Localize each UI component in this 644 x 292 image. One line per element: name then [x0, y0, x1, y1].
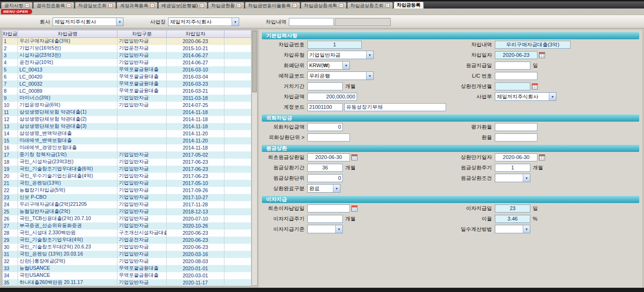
repay-complete-select[interactable]: 완료 ▼	[307, 184, 340, 193]
loan-amount-input[interactable]	[307, 93, 357, 101]
table-row[interactable]: 31국민_온렌딩 (13억) 20.03.16기업일반자금2020-03-16	[2, 251, 251, 258]
table-scrollbar[interactable]	[251, 30, 258, 286]
tab-item-8[interactable]: 차입금상환조회×	[347, 2, 393, 9]
table-row[interactable]: 17중기청 정책자금(1억)기업일반자금2017-05-02	[2, 151, 251, 159]
tab-item-9[interactable]: 차입금등록	[394, 1, 424, 9]
tab-item-7[interactable]: 차입금상환계획×	[301, 2, 347, 9]
loan-date-input[interactable]	[495, 51, 537, 59]
table-row[interactable]: 29국민_기술창조기업우대(4억)기업운전자금2020-06-23	[2, 237, 251, 244]
table-row[interactable]: 35하나대출260백만원 20.11.17기업일반자금2020-11-17	[2, 279, 251, 286]
maturity-date-input[interactable]	[495, 153, 537, 161]
table-row[interactable]: 19국민_기술창조기업우대대출(6억)기업일반자금2017-06-23	[2, 166, 251, 173]
close-icon[interactable]: ×	[108, 3, 113, 8]
interest-day-input[interactable]	[495, 204, 530, 212]
table-row[interactable]: 24우리구매자금대출(2억)221205기업일반자금2017-11-28	[2, 201, 251, 208]
table-row[interactable]: 14삼성생명_변액약관대출2014-11-20	[2, 130, 251, 137]
tab-item-0[interactable]: 공지사항×	[1, 2, 33, 9]
table-cell: 기업일반자금	[117, 187, 167, 194]
close-icon[interactable]: ×	[25, 3, 29, 8]
lc-no-input[interactable]	[495, 72, 537, 80]
tab-item-1[interactable]: 결의전표등록×	[33, 2, 74, 9]
scrollbar-thumb[interactable]	[252, 31, 257, 92]
account-name-input[interactable]	[344, 103, 446, 111]
exchange-rate-input[interactable]	[495, 133, 537, 142]
day-count-method-select[interactable]: ▼	[495, 225, 530, 233]
table-row[interactable]: 26국민_TCB신용대출(2억) 20.7.10기업일반자금2020-07-10	[2, 215, 251, 222]
table-row[interactable]: 2기업기보(16억5천)기업운전자금2015-10-21	[2, 45, 251, 52]
loan-no-input[interactable]	[307, 41, 362, 49]
close-icon[interactable]: ×	[339, 3, 343, 8]
branch-select[interactable]: 제일저지주식회사 ▼	[168, 18, 239, 26]
table-row[interactable]: 8LC_00089무역포괄금융대출2016-03-21	[2, 88, 251, 95]
close-icon[interactable]: ×	[293, 3, 297, 8]
table-row[interactable]: 11삼성생명단체보험 약관대출(1)2014-11-18	[2, 109, 251, 116]
first-repay-date-input[interactable]	[307, 153, 350, 161]
close-icon[interactable]: ×	[67, 3, 71, 8]
table-row[interactable]: 33농협USANCE무역포괄금융대출2020-01-01	[2, 265, 251, 272]
table-row[interactable]: 9마이너스(3억)기업일반자금2011-03-18	[2, 95, 251, 102]
table-row[interactable]: 30국민_기술창조우대(2억) 20.6.23기업일반자금2020-06-23	[2, 244, 251, 251]
eval-rate-input[interactable]	[495, 123, 537, 131]
repay-period-input[interactable]	[307, 164, 343, 172]
table-row[interactable]: 18국민_시설자금(23억3천)기업일반자금2017-06-23	[2, 159, 251, 166]
table-row[interactable]: 15미래에셋_변액보험대출2014-11-20	[2, 137, 251, 144]
grace-period-input[interactable]	[307, 82, 343, 90]
loan-desc-filter-input[interactable]	[289, 18, 334, 26]
repay-cycle-input[interactable]	[495, 164, 530, 172]
account-code-input[interactable]	[307, 103, 343, 111]
deposit-code-select[interactable]: 우리은행 ▼	[307, 71, 374, 80]
interest-cycle-input[interactable]	[307, 215, 343, 223]
close-icon[interactable]: ×	[200, 3, 204, 8]
division-select[interactable]: 제일저지주식회사 ▼	[495, 92, 556, 101]
tab-item-3[interactable]: 계정과목등록×	[116, 2, 158, 9]
fx-repay-unit-input[interactable]	[307, 133, 350, 142]
table-row[interactable]: 22농협장기차입금(5억)기업일반자금2017-09-26	[2, 187, 251, 194]
interest-basis-select[interactable]: ▼	[307, 225, 343, 233]
tab-item-2[interactable]: 자금일보조회×	[75, 2, 116, 9]
interest-rate-input[interactable]	[495, 215, 530, 223]
fx-amount-input[interactable]	[307, 123, 343, 131]
principal-pay-day-input[interactable]	[495, 62, 530, 70]
table-row[interactable]: 1우리구매자금대출(3억)기업일반자금2020-06-23	[2, 38, 251, 45]
repay-condition-select[interactable]: ▼	[495, 174, 530, 182]
calendar-icon[interactable]	[351, 205, 358, 212]
table-row[interactable]: 12삼성생명단체보험 약관대출(2)2014-11-18	[2, 116, 251, 123]
repay-unit-input[interactable]	[307, 174, 343, 182]
table-row[interactable]: 23신보 P-CBO기업일반자금2017-10-27	[2, 194, 251, 201]
loan-desc-filter-input2[interactable]	[335, 18, 391, 26]
calendar-icon[interactable]	[351, 154, 358, 160]
table-row[interactable]: 7LC_00032무역포괄금융대출2016-03-23	[2, 80, 251, 88]
table-row[interactable]: 27부국증권_선순위유동화증권기업일반자금2020-10-26	[2, 222, 251, 230]
close-icon[interactable]: ×	[150, 3, 154, 8]
table-cell: 기업일반자금	[117, 279, 167, 286]
pre-repay-ym-input[interactable]	[495, 82, 530, 90]
loan-type-select[interactable]: 기업일반자금 ▼	[307, 51, 374, 59]
table-row[interactable]: 20국민_우수기술기업신용대출(4억)기업일반자금2017-06-23	[2, 173, 251, 180]
table-row[interactable]: 16미래에셋_경영인보험대출2014-11-18	[2, 144, 251, 151]
close-icon[interactable]: ×	[237, 3, 241, 8]
currency-select[interactable]: KRW(₩) ▼	[307, 61, 350, 70]
table-row[interactable]: 6LC_00420무역포괄금융대출2016-03-04	[2, 73, 251, 80]
first-interest-date-input[interactable]	[307, 204, 350, 212]
table-row[interactable]: 25농협일반자금대출(2억)기업일반자금2018-12-13	[2, 208, 251, 215]
company-select[interactable]: 제일저지주식회사 ▼	[53, 18, 124, 26]
table-row[interactable]: 13삼성생명단체보험 약관대출(3)2014-11-18	[2, 123, 251, 130]
table-row[interactable]: 32신한(-)통장예금(2억)기업일반자금2020-08-03	[2, 258, 251, 265]
table-row[interactable]: 28국민_시설대 2,330백만원구조개선시설자금대출2020-06-23	[2, 230, 251, 237]
close-icon[interactable]: ×	[385, 3, 390, 8]
tab-item-5[interactable]: 차입금현황×	[208, 2, 244, 9]
table-row[interactable]: 34국민USANCE무역포괄금융대출2020-03-01	[2, 272, 251, 279]
table-row[interactable]: 10기업운영자금(6억)기업일반자금2014-07-25	[2, 102, 251, 109]
table-row[interactable]: 3시설자금(23억3천)기업일반자금2014-06-27	[2, 52, 251, 59]
table-row[interactable]: 4운전자금(10억)기업일반자금2014-06-27	[2, 59, 251, 66]
tab-item-4[interactable]: 예금일보(은행별)×	[158, 2, 207, 9]
calendar-icon[interactable]	[539, 154, 545, 160]
calendar-icon[interactable]	[532, 83, 538, 89]
select-value: 기업일반자금	[308, 51, 366, 59]
table-row[interactable]: 21국민_온렌딩(13억)기업일반자금2017-05-10	[2, 180, 251, 187]
calendar-icon[interactable]	[539, 52, 545, 58]
loan-name-input[interactable]	[495, 41, 571, 49]
tab-item-6[interactable]: 차입금변동이율등록×	[245, 2, 300, 9]
menu-open-button[interactable]: MENU OPEN	[1, 9, 32, 14]
table-row[interactable]: 5LC_00413무역포괄금융대출2016-03-10	[2, 66, 251, 73]
